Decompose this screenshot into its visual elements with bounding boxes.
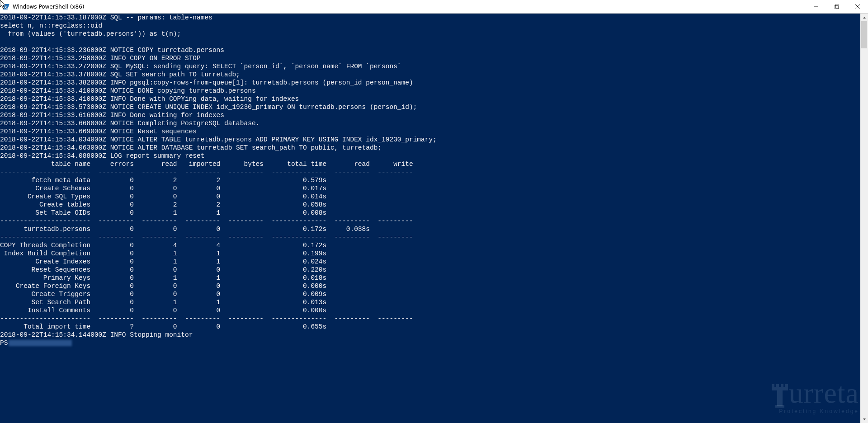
window-title: Windows PowerShell (x86) [13,4,84,10]
svg-rect-2 [835,5,839,8]
window-titlebar[interactable]: Windows PowerShell (x86) [0,0,868,14]
vertical-scrollbar[interactable] [860,14,868,423]
prompt[interactable]: PS [0,339,8,347]
minimize-button[interactable] [806,0,826,13]
scrollbar-thumb[interactable] [861,21,867,48]
terminal-output[interactable]: 2018-09-22T14:15:33.187000Z SQL -- param… [0,14,860,423]
svg-rect-1 [835,5,838,9]
redacted-path [9,340,72,346]
scroll-down-button[interactable] [860,415,868,423]
maximize-button[interactable] [826,0,847,13]
powershell-icon [3,3,10,10]
close-button[interactable] [847,0,868,13]
scrollbar-track[interactable] [860,21,868,415]
scroll-up-button[interactable] [860,14,868,21]
